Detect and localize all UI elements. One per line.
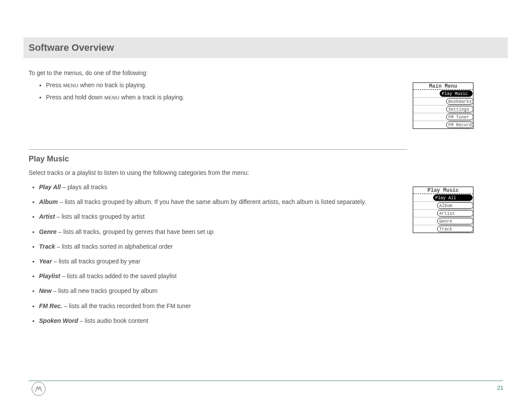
play-music-lead: Select tracks or a playlist to listen to… bbox=[29, 169, 397, 176]
lcd-row: FM Tuner bbox=[413, 113, 473, 121]
play-music-item-desc: – lists audio book content bbox=[78, 317, 148, 324]
page-number: 21 bbox=[497, 384, 503, 391]
lcd-row: Artist bbox=[413, 210, 473, 217]
lcd-item: FM Record bbox=[446, 122, 473, 128]
lcd-main-menu: Main Menu Play MusicBookmarksSettingsFM … bbox=[413, 82, 473, 129]
play-music-item: Genre – lists all tracks, grouped by gen… bbox=[39, 228, 397, 236]
section-heading-bar: Software Overview bbox=[23, 37, 508, 58]
intro-bullet-pre: Press and hold down bbox=[46, 94, 104, 101]
play-music-item-name: FM Rec. bbox=[39, 302, 62, 309]
lcd-row: FM Record bbox=[413, 121, 473, 128]
lcd-row: Settings bbox=[413, 105, 473, 113]
lcd-play-music-title: Play Music bbox=[413, 187, 473, 194]
play-music-item: Album – lists all tracks grouped by albu… bbox=[39, 198, 397, 206]
play-music-list: Play All – plays all tracksAlbum – lists… bbox=[29, 183, 397, 325]
lcd-row: Bookmarks bbox=[413, 98, 473, 105]
lcd-item: Bookmarks bbox=[446, 98, 473, 105]
lcd-row: Play All bbox=[413, 194, 473, 202]
lcd-row: Play Music bbox=[413, 90, 473, 98]
lcd-play-music: Play Music Play AllAlbumArtistGenreTrack bbox=[413, 187, 473, 233]
intro-bullet-list: Press MENU when no track is playing.Pres… bbox=[29, 82, 184, 101]
play-music-item-name: New bbox=[39, 287, 52, 294]
section-divider bbox=[29, 149, 407, 150]
footer-rule bbox=[29, 381, 503, 381]
play-music-item-name: Playlist bbox=[39, 273, 60, 279]
play-music-item-desc: – lists all the tracks recorded from the… bbox=[62, 302, 191, 309]
lcd-main-menu-title: Main Menu bbox=[413, 83, 473, 90]
play-music-item: FM Rec. – lists all the tracks recorded … bbox=[39, 302, 397, 310]
lcd-item: Genre bbox=[437, 218, 473, 224]
play-music-item-desc: – lists all tracks grouped by year bbox=[52, 258, 140, 265]
play-music-heading: Play Music bbox=[29, 154, 69, 164]
lcd-item: Settings bbox=[446, 106, 473, 112]
intro-bullet: Press MENU when no track is playing. bbox=[46, 82, 184, 89]
play-music-item-name: Year bbox=[39, 258, 52, 265]
play-music-item: Year – lists all tracks grouped by year bbox=[39, 257, 397, 265]
intro-bullet-post: when no track is playing. bbox=[78, 82, 147, 89]
intro-bullet-post: when a track is playing. bbox=[120, 94, 184, 101]
play-music-item-name: Play All bbox=[39, 184, 61, 191]
lcd-item: FM Tuner bbox=[446, 114, 473, 120]
play-music-item: New – lists all new tracks grouped by al… bbox=[39, 287, 397, 295]
intro-bullet-pre: Press bbox=[46, 82, 63, 89]
play-music-item: Artist – lists all tracks grouped by art… bbox=[39, 213, 397, 220]
play-music-item-name: Track bbox=[39, 243, 55, 250]
lcd-row: Track bbox=[413, 225, 473, 233]
play-music-item-name: Genre bbox=[39, 228, 56, 235]
play-music-item: Playlist – lists all tracks added to the… bbox=[39, 272, 397, 280]
play-music-item-desc: – lists all tracks, grouped by genres th… bbox=[56, 228, 213, 235]
play-music-item-desc: – lists all tracks grouped by album. If … bbox=[58, 198, 366, 205]
play-music-item-name: Album bbox=[39, 198, 58, 205]
play-music-item: Spoken Word – lists audio book content bbox=[39, 317, 397, 325]
play-music-item-name: Spoken Word bbox=[39, 317, 78, 324]
lcd-row: Genre bbox=[413, 217, 473, 225]
motorola-logo-icon bbox=[32, 382, 46, 396]
lcd-item: Artist bbox=[437, 210, 473, 217]
intro-bullet-key: MENU bbox=[63, 83, 78, 88]
play-music-item-desc: – lists all tracks added to the saved pl… bbox=[60, 273, 176, 279]
play-music-item-desc: – lists all tracks sorted in alphabetica… bbox=[55, 243, 173, 250]
play-music-item: Play All – plays all tracks bbox=[39, 183, 397, 191]
play-music-item-desc: – lists all tracks grouped by artist bbox=[55, 213, 145, 220]
lcd-item: Track bbox=[437, 226, 473, 232]
play-music-body: Select tracks or a playlist to listen to… bbox=[29, 169, 397, 332]
lcd-item: Play Music bbox=[440, 90, 473, 97]
intro-bullet: Press and hold down MENU when a track is… bbox=[46, 94, 184, 101]
lcd-row: Album bbox=[413, 202, 473, 210]
play-music-item-desc: – plays all tracks bbox=[61, 184, 107, 191]
intro-bullet-key: MENU bbox=[104, 95, 120, 100]
section-heading: Software Overview bbox=[29, 42, 114, 53]
intro-block: To get to the menus, do one of the follo… bbox=[29, 69, 184, 106]
play-music-item: Track – lists all tracks sorted in alpha… bbox=[39, 243, 397, 250]
intro-lead: To get to the menus, do one of the follo… bbox=[29, 69, 184, 76]
play-music-item-name: Artist bbox=[39, 213, 55, 220]
lcd-item: Play All bbox=[433, 194, 473, 201]
lcd-item: Album bbox=[437, 202, 473, 209]
play-music-item-desc: – lists all new tracks grouped by album bbox=[52, 287, 157, 294]
